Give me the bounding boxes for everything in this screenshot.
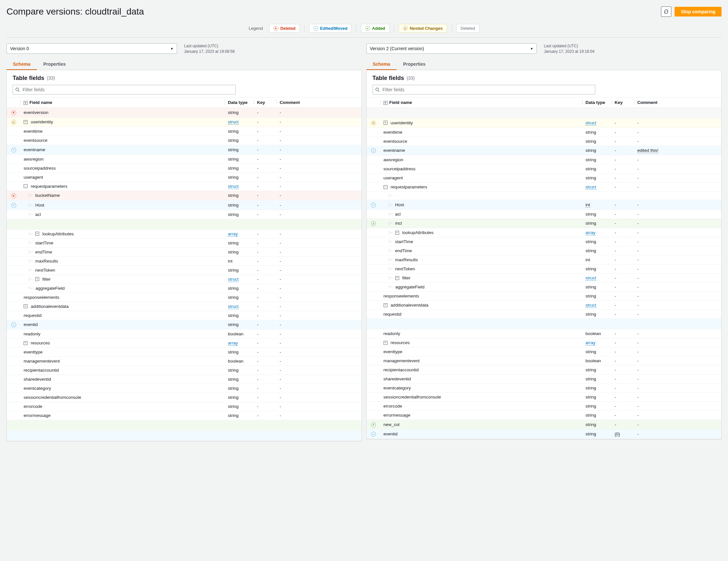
field-comment: - [634, 219, 721, 228]
field-type: string [582, 411, 611, 420]
field-name: lookupAttributes [402, 230, 434, 235]
field-key: - [611, 228, 634, 237]
type-link[interactable]: array [228, 231, 238, 237]
field-key: - [254, 330, 276, 339]
expander-icon[interactable]: + [395, 276, 399, 280]
type-link[interactable]: struct [586, 120, 596, 126]
filter-input-right[interactable] [373, 85, 596, 95]
field-type: int [225, 256, 254, 265]
field-comment: - [276, 154, 361, 163]
table-row: ✓┊┄mclstring-- [367, 219, 722, 228]
type-link[interactable]: struct [228, 184, 239, 189]
field-type: string [582, 219, 611, 228]
field-key: - [611, 365, 634, 375]
field-type: string [582, 384, 611, 393]
field-name: useridentity [31, 119, 53, 124]
legend-label: Legend [249, 26, 263, 31]
field-count: (33) [407, 75, 415, 81]
type-link[interactable]: array [586, 230, 596, 235]
field-comment: - [634, 118, 721, 128]
table-row: eventsourcestring-- [7, 136, 362, 145]
table-row: managementeventboolean-- [367, 356, 722, 365]
table-row: useragentstring-- [7, 173, 362, 182]
field-name: sessioncredentialfromconsole [24, 395, 81, 400]
field-type: boolean [225, 330, 254, 339]
panel-title: Table fields [13, 75, 44, 82]
type-link[interactable]: struct [228, 119, 239, 125]
field-comment: - [634, 274, 721, 283]
field-key: - [611, 183, 634, 192]
table-row: └┄aggregateFieldstring-- [367, 283, 722, 292]
type-link[interactable]: array [228, 341, 238, 346]
expander-icon[interactable]: − [24, 184, 28, 188]
refresh-button[interactable] [661, 6, 671, 17]
expander-icon[interactable]: + [24, 341, 28, 345]
field-type: string [225, 145, 254, 155]
field-comment: - [276, 117, 361, 127]
field-comment: - [634, 429, 721, 439]
field-key: - [254, 339, 276, 348]
field-key: - [611, 219, 634, 228]
table-row: recipientaccountidstring-- [7, 366, 362, 375]
field-key: - [611, 301, 634, 310]
tab-properties[interactable]: Properties [397, 58, 432, 70]
version-select-right[interactable]: Version 2 (Current version) ▼ [366, 43, 537, 54]
type-link[interactable]: struct [586, 185, 596, 190]
expand-all-icon[interactable]: + [24, 101, 28, 105]
field-name: resources [391, 340, 410, 345]
tab-schema[interactable]: Schema [6, 58, 37, 70]
type-link[interactable]: struct [586, 303, 596, 308]
expand-all-icon[interactable]: + [384, 101, 387, 105]
field-name: errormessage [24, 413, 50, 418]
expander-icon[interactable]: + [395, 231, 399, 235]
filter-input-left[interactable] [13, 85, 236, 95]
field-comment: - [276, 210, 361, 219]
expander-icon[interactable]: + [24, 120, 28, 124]
field-type: string [582, 146, 611, 155]
field-comment: - [276, 238, 361, 247]
field-comment: - [634, 264, 721, 274]
type-link[interactable]: struct [228, 304, 239, 309]
tab-properties[interactable]: Properties [37, 58, 72, 70]
expander-icon[interactable]: + [24, 304, 28, 308]
version-select-left[interactable]: Version 0 ▼ [6, 43, 177, 54]
expander-icon[interactable]: + [384, 303, 387, 307]
expander-icon[interactable]: + [35, 232, 39, 236]
expander-icon[interactable]: + [384, 341, 387, 345]
edited-icon: − [371, 203, 376, 208]
field-comment: - [276, 375, 361, 384]
field-type: string [582, 128, 611, 137]
expander-icon[interactable]: − [384, 185, 387, 189]
table-row: +resourcesarray-- [367, 338, 722, 347]
field-comment: - [634, 292, 721, 301]
table-row: −┊┄Hostint-- [367, 200, 722, 210]
field-name: sessioncredentialfromconsole [384, 395, 441, 399]
field-key: - [611, 393, 634, 402]
field-type: string [225, 320, 254, 330]
field-type: string [582, 375, 611, 384]
type-link[interactable]: struct [586, 275, 596, 281]
field-name: aggregateField [395, 285, 424, 289]
field-comment: - [276, 275, 361, 284]
field-comment: - [276, 265, 361, 275]
type-link[interactable]: array [586, 340, 596, 345]
tab-schema[interactable]: Schema [366, 58, 397, 70]
field-name: readonly [384, 331, 400, 336]
field-comment: - [276, 136, 361, 145]
field-key: - [611, 246, 634, 255]
stop-comparing-button[interactable]: Stop comparing [675, 7, 722, 17]
table-row: requestidstring-- [367, 310, 722, 319]
field-type: string [582, 420, 611, 430]
expander-icon[interactable]: + [35, 277, 39, 281]
field-comment: - [276, 302, 361, 311]
field-key: - [611, 274, 634, 283]
table-row: eventtimestring-- [7, 127, 362, 136]
field-key: - [254, 275, 276, 284]
field-key: - [254, 284, 276, 293]
expander-icon[interactable]: + [384, 121, 387, 125]
table-row: −eventidstring-- [7, 320, 362, 330]
type-link[interactable]: struct [228, 277, 239, 282]
added-icon: ✓ [371, 221, 376, 226]
field-comment: - [276, 348, 361, 357]
field-key: - [611, 155, 634, 164]
